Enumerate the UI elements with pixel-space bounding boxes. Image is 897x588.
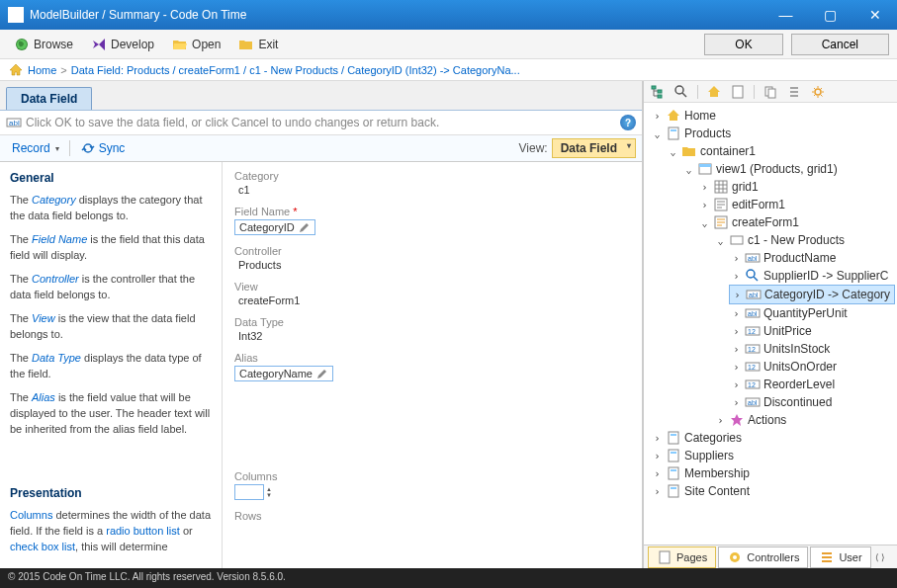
- develop-label: Develop: [111, 38, 154, 51]
- tree-item-createform1[interactable]: ⌄createForm1: [697, 213, 895, 231]
- tree-item-suppliers[interactable]: ›Suppliers: [650, 447, 895, 464]
- svg-rect-38: [671, 434, 676, 436]
- svg-rect-39: [669, 450, 678, 462]
- tree-item-membership[interactable]: ›Membership: [650, 464, 895, 482]
- tree-item-productname[interactable]: ›ablProductName: [729, 249, 895, 267]
- tree-item-qpu[interactable]: ›ablQuantityPerUnit: [729, 304, 895, 322]
- tree-item-c1[interactable]: ⌄c1 - New Products: [713, 231, 895, 249]
- tree-item-categoryid[interactable]: ›ablCategoryID -> Category: [729, 285, 895, 304]
- breadcrumb-path[interactable]: Data Field: Products / createForm1 / c1 …: [71, 64, 520, 76]
- home-icon: [8, 62, 24, 78]
- help-icon[interactable]: ?: [620, 115, 636, 130]
- num-icon: 12: [745, 323, 761, 339]
- tree-item-home[interactable]: ›Home: [650, 107, 895, 125]
- tab-user[interactable]: User: [810, 546, 870, 568]
- minimize-button[interactable]: —: [763, 0, 808, 30]
- develop-button[interactable]: Develop: [85, 35, 160, 54]
- form-icon: [713, 214, 729, 230]
- svg-rect-44: [671, 487, 676, 489]
- controller-icon: [727, 549, 743, 565]
- pencil-icon: [316, 368, 328, 379]
- help-general-title: General: [10, 170, 212, 187]
- tab-scroll-right[interactable]: ⟨ ⟩: [875, 552, 886, 562]
- alias-input[interactable]: CategoryName: [234, 366, 333, 381]
- svg-rect-5: [658, 90, 662, 93]
- alias-label: Alias: [234, 352, 630, 364]
- tree-item-view1[interactable]: ⌄view1 (Products, grid1): [681, 160, 895, 178]
- datatype-value: Int32: [234, 330, 630, 342]
- view-selector[interactable]: Data Field: [552, 138, 636, 158]
- folder-open-icon: [172, 37, 188, 52]
- svg-rect-41: [669, 467, 678, 479]
- open-label: Open: [192, 38, 221, 51]
- svg-rect-8: [733, 86, 743, 98]
- list-icon[interactable]: [786, 84, 802, 100]
- svg-rect-6: [658, 95, 662, 98]
- ok-button[interactable]: OK: [704, 34, 782, 55]
- close-button[interactable]: ✕: [852, 0, 897, 30]
- tree-item-editform1[interactable]: ›editForm1: [697, 196, 895, 213]
- svg-rect-10: [768, 89, 775, 98]
- breadcrumb-separator: >: [60, 64, 66, 76]
- spinner-icon[interactable]: ▲▼: [266, 486, 272, 498]
- columns-input[interactable]: [234, 484, 264, 500]
- tree-item-container1[interactable]: ⌄container1: [666, 142, 895, 160]
- cancel-button[interactable]: Cancel: [791, 34, 889, 55]
- tab-pages[interactable]: Pages: [648, 546, 716, 568]
- svg-rect-16: [715, 181, 727, 193]
- gear-icon[interactable]: [810, 84, 826, 100]
- tree-item-supplierid[interactable]: ›SupplierID -> SupplierC: [729, 267, 895, 285]
- tree-item-unitprice[interactable]: ›12UnitPrice: [729, 322, 895, 340]
- page-icon: [666, 126, 681, 141]
- controller-label: Controller: [234, 245, 630, 257]
- tree-item-actions[interactable]: ›Actions: [713, 411, 895, 429]
- grid-icon: [713, 179, 729, 195]
- breadcrumb-home[interactable]: Home: [28, 64, 56, 76]
- page-icon: [666, 430, 681, 446]
- tree-item-unitsinstock[interactable]: ›12UnitsInStock: [729, 340, 895, 358]
- maximize-button[interactable]: ▢: [808, 0, 852, 30]
- controller-value: Products: [234, 259, 630, 271]
- main-toolbar: Browse Develop Open Exit OK Cancel: [0, 30, 897, 59]
- category-label: Category: [234, 170, 630, 182]
- fieldname-input[interactable]: CategoryID: [234, 219, 315, 235]
- exit-button[interactable]: Exit: [232, 35, 284, 54]
- sync-button[interactable]: Sync: [74, 138, 132, 158]
- tree-item-grid1[interactable]: ›grid1: [697, 178, 895, 196]
- lookup-icon: [745, 268, 761, 284]
- tree-item-products[interactable]: ⌄Products: [650, 125, 895, 142]
- breadcrumb: Home > Data Field: Products / createForm…: [0, 59, 897, 81]
- tab-controllers[interactable]: Controllers: [718, 546, 808, 568]
- svg-point-22: [747, 270, 755, 278]
- num-icon: 12: [745, 359, 761, 375]
- copy-icon[interactable]: [762, 84, 778, 100]
- tree-item-discontinued[interactable]: ›ablDiscontinued: [729, 393, 895, 411]
- page-icon: [666, 465, 681, 481]
- tree-item-sitecontent[interactable]: ›Site Content: [650, 482, 895, 500]
- record-menu[interactable]: Record: [6, 139, 65, 157]
- tree-item-unitsonorder[interactable]: ›12UnitsOnOrder: [729, 358, 895, 376]
- svg-rect-40: [671, 452, 676, 454]
- app-icon: [8, 7, 24, 23]
- svg-rect-37: [669, 432, 678, 444]
- tree-item-reorderlevel[interactable]: ›12ReorderLevel: [729, 376, 895, 393]
- help-presentation-title: Presentation: [10, 485, 212, 502]
- data-field-tab[interactable]: Data Field: [6, 87, 92, 110]
- form-column: Categoryc1 Field Name * CategoryID Contr…: [223, 162, 642, 568]
- svg-point-11: [815, 89, 821, 95]
- home-tool-icon[interactable]: [706, 84, 722, 100]
- browse-button[interactable]: Browse: [8, 35, 79, 54]
- page-tool-icon[interactable]: [730, 84, 746, 100]
- view-field-value: createForm1: [234, 294, 630, 306]
- project-tree[interactable]: ›Home ⌄Products ⌄container1 ⌄view1 (Prod…: [644, 103, 897, 545]
- view-field-label: View: [234, 281, 630, 293]
- sync-label: Sync: [99, 141, 126, 155]
- search-icon[interactable]: [673, 84, 689, 100]
- tree-item-categories[interactable]: ›Categories: [650, 429, 895, 447]
- field-icon: abl: [6, 115, 22, 130]
- svg-rect-13: [671, 129, 676, 131]
- browse-label: Browse: [34, 38, 73, 51]
- tree-icon[interactable]: [650, 84, 666, 100]
- page-icon: [666, 483, 681, 499]
- open-button[interactable]: Open: [166, 35, 226, 54]
